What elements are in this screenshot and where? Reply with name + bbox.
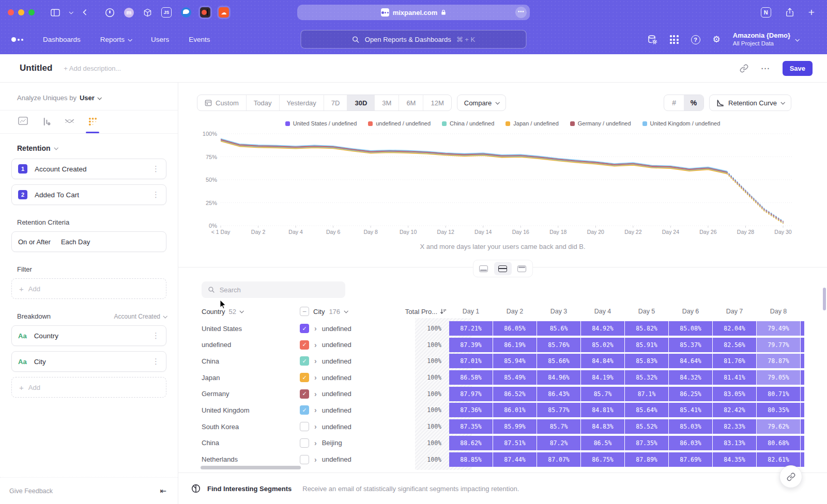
retention-value-cell[interactable]: 87.35% bbox=[625, 436, 668, 450]
day-column-header[interactable]: Day 4 bbox=[581, 308, 624, 315]
tab-insights[interactable] bbox=[17, 116, 28, 127]
retention-value-cell[interactable]: 84.96% bbox=[537, 370, 580, 385]
day-column-header[interactable]: Day 2 bbox=[493, 308, 537, 315]
retention-value-cell[interactable]: 85.7% bbox=[537, 419, 580, 434]
retention-value-cell[interactable]: 86.52% bbox=[493, 387, 537, 401]
retention-value-cell[interactable]: 84.35% bbox=[713, 452, 756, 467]
retention-value-cell[interactable]: 86.5% bbox=[581, 436, 624, 450]
retention-value-cell[interactable]: 78.87% bbox=[757, 354, 800, 368]
retention-value-cell[interactable]: 85.49% bbox=[493, 370, 537, 385]
expand-row-icon[interactable]: › bbox=[314, 324, 317, 333]
breakdown-scope-dropdown[interactable]: Account Created bbox=[114, 313, 166, 320]
retention-value-cell[interactable]: 85.08% bbox=[669, 321, 712, 336]
expand-row-icon[interactable]: › bbox=[314, 341, 317, 349]
retention-value-cell[interactable]: 87.89% bbox=[625, 452, 668, 467]
report-description-placeholder[interactable]: + Add description... bbox=[64, 65, 121, 72]
date-range-7d[interactable]: 7D bbox=[324, 95, 347, 111]
retention-value-cell[interactable]: 86.05% bbox=[493, 321, 537, 336]
retention-value-cell[interactable]: 87.21% bbox=[449, 321, 493, 336]
retention-value-cell[interactable]: 85.37% bbox=[669, 338, 712, 352]
retention-value-cell[interactable]: 85.02% bbox=[581, 338, 624, 352]
retention-value-cell[interactable]: 85.32% bbox=[625, 370, 668, 385]
expand-row-icon[interactable]: › bbox=[314, 357, 317, 365]
retention-value-cell[interactable]: 86.75% bbox=[581, 452, 624, 467]
kebab-menu-icon[interactable]: ⋮ bbox=[152, 357, 160, 366]
retention-value-cell[interactable]: 83.13% bbox=[713, 436, 756, 450]
retention-value-cell[interactable]: 85.94% bbox=[493, 354, 537, 368]
retention-value-cell[interactable]: 85.77% bbox=[537, 403, 580, 417]
retention-value-cell[interactable]: 84.92% bbox=[581, 321, 624, 336]
date-range-6m[interactable]: 6M bbox=[399, 95, 423, 111]
retention-value-cell[interactable]: 85.83% bbox=[625, 354, 668, 368]
retention-value-cell[interactable]: 85.76% bbox=[537, 338, 580, 352]
retention-value-cell[interactable]: 79.77% bbox=[757, 338, 800, 352]
retention-value-cell[interactable]: 85.64% bbox=[625, 403, 668, 417]
retention-value-cell[interactable]: 87.39% bbox=[449, 338, 493, 352]
chart-type-dropdown[interactable]: Retention Curve bbox=[709, 94, 791, 111]
retention-value-cell[interactable]: 85.03% bbox=[669, 419, 712, 434]
split-view-button[interactable] bbox=[494, 262, 512, 275]
retention-value-cell[interactable]: 84.81% bbox=[581, 403, 624, 417]
retention-value-cell[interactable]: 79.62% bbox=[757, 419, 800, 434]
row-checkbox[interactable]: ✓ bbox=[300, 389, 309, 399]
retention-value-cell-clipped[interactable] bbox=[801, 321, 804, 336]
project-switcher[interactable]: Amazonia {Demo} All Project Data bbox=[733, 32, 799, 48]
count-toggle-button[interactable]: # bbox=[664, 95, 684, 111]
retention-value-cell[interactable]: 84.19% bbox=[581, 370, 624, 385]
row-checkbox[interactable]: ✓ bbox=[300, 340, 309, 350]
retention-value-cell[interactable]: 80.35% bbox=[757, 403, 800, 417]
expand-row-icon[interactable]: › bbox=[314, 439, 317, 447]
compare-button[interactable]: Compare bbox=[457, 94, 506, 111]
table-search-input[interactable] bbox=[220, 286, 339, 294]
legend-item[interactable]: Germany / undefined bbox=[570, 120, 631, 127]
settings-gear-icon[interactable]: ⚙ bbox=[713, 34, 721, 45]
add-breakdown-button[interactable]: + Add bbox=[11, 377, 166, 398]
window-controls[interactable] bbox=[8, 9, 35, 15]
kebab-menu-icon[interactable]: ⋮ bbox=[152, 331, 160, 340]
retention-value-cell[interactable]: 81.41% bbox=[713, 370, 756, 385]
expand-row-icon[interactable]: › bbox=[314, 373, 317, 382]
retention-value-cell[interactable]: 85.7% bbox=[581, 387, 624, 401]
minimize-window-button[interactable] bbox=[18, 9, 24, 15]
global-search-button[interactable]: Open Reports & Dashboards ⌘ + K bbox=[301, 30, 527, 49]
day-column-header[interactable]: Day 8 bbox=[757, 308, 800, 315]
retention-value-cell-clipped[interactable] bbox=[801, 452, 804, 467]
day-column-header[interactable]: Day 6 bbox=[669, 308, 712, 315]
nav-item-reports[interactable]: Reports bbox=[100, 36, 131, 43]
retention-value-cell[interactable]: 84.64% bbox=[669, 354, 712, 368]
back-icon[interactable] bbox=[82, 9, 88, 16]
expand-row-icon[interactable]: › bbox=[314, 455, 317, 464]
maximize-window-button[interactable] bbox=[28, 9, 35, 15]
tab-retention[interactable] bbox=[87, 116, 98, 127]
legend-item[interactable]: Japan / undefined bbox=[506, 120, 558, 127]
retention-step-card[interactable]: 2Added To Cart⋮ bbox=[11, 184, 166, 205]
retention-value-cell[interactable]: 87.97% bbox=[449, 387, 493, 401]
vertical-scrollbar[interactable] bbox=[823, 288, 826, 310]
retention-value-cell[interactable]: 84.83% bbox=[581, 419, 624, 434]
day-column-header[interactable]: Day 7 bbox=[713, 308, 756, 315]
percent-toggle-button[interactable]: % bbox=[684, 95, 703, 111]
retention-value-cell[interactable]: 84.84% bbox=[581, 354, 624, 368]
retention-chart[interactable]: 0%25%50%75%100%< 1 DayDay 2Day 4Day 6Day… bbox=[202, 130, 804, 237]
criteria-condition[interactable]: On or After bbox=[18, 238, 51, 246]
day-column-header[interactable]: Day 1 bbox=[449, 308, 493, 315]
new-tab-icon[interactable]: + bbox=[808, 6, 815, 19]
apps-grid-icon[interactable] bbox=[670, 35, 679, 44]
select-all-checkbox[interactable]: – bbox=[300, 307, 309, 316]
retention-value-cell[interactable]: 84.32% bbox=[669, 370, 712, 385]
close-window-button[interactable] bbox=[8, 9, 14, 15]
give-feedback-link[interactable]: Give Feedback bbox=[9, 487, 53, 495]
retention-value-cell[interactable]: 80.71% bbox=[757, 387, 800, 401]
tab-funnels[interactable] bbox=[40, 116, 52, 127]
analyze-uniques-control[interactable]: Analyze Uniques by User bbox=[17, 94, 166, 102]
retention-value-cell[interactable]: 82.04% bbox=[713, 321, 756, 336]
kebab-menu-icon[interactable]: ⋮ bbox=[152, 190, 160, 199]
retention-value-cell[interactable]: 88.85% bbox=[449, 452, 493, 467]
report-title[interactable]: Untitled bbox=[20, 63, 52, 73]
retention-value-cell[interactable]: 87.07% bbox=[537, 452, 580, 467]
mixpanel-logo[interactable] bbox=[11, 37, 23, 42]
nav-item-users[interactable]: Users bbox=[151, 36, 169, 43]
retention-value-cell-clipped[interactable] bbox=[801, 354, 804, 368]
breakdown-card-city[interactable]: AaCity⋮ bbox=[11, 351, 166, 372]
retention-value-cell[interactable]: 80.68% bbox=[757, 436, 800, 450]
